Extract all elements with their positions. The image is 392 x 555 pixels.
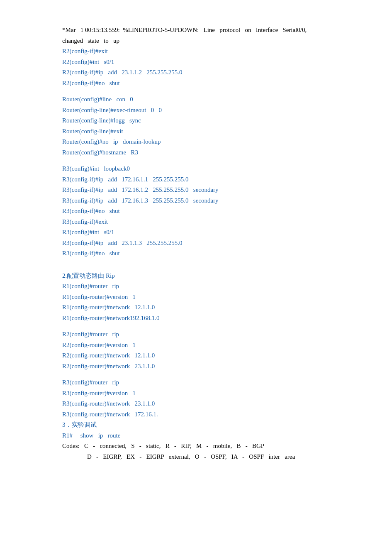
line-router-hostname: Router(config)#hostname R3 bbox=[62, 147, 359, 158]
line-r3-no-shut-1: R3(config-if)#no shut bbox=[62, 206, 359, 217]
line-r2-int-s01: R2(config)#int s0/1 bbox=[62, 57, 359, 68]
line-r1-router-rip: R1(config)#router rip bbox=[62, 281, 359, 292]
spacer-5 bbox=[62, 323, 359, 329]
spacer-1 bbox=[62, 88, 359, 94]
line-r3-int-loopback: R3(config)#int loopback0 bbox=[62, 164, 359, 174]
spacer-3 bbox=[62, 259, 359, 265]
line-r2-no-shut: R2(config-if)#no shut bbox=[62, 78, 359, 89]
line-changed-state: changed state to up bbox=[62, 36, 359, 46]
line-r2-network-12: R2(config-router)#network 12.1.1.0 bbox=[62, 350, 359, 361]
line-r3-network-23: R3(config-router)#network 23.1.1.0 bbox=[62, 399, 359, 409]
line-r3-ip-add-s01: R3(config-if)#ip add 23.1.1.3 255.255.25… bbox=[62, 238, 359, 249]
spacer-4 bbox=[62, 265, 359, 271]
line-mar: *Mar 1 00:15:13.559: %LINEPROTO-5-UPDOWN… bbox=[62, 25, 359, 36]
line-r2-ip-add: R2(config-if)#ip add 23.1.1.2 255.255.25… bbox=[62, 67, 359, 78]
spacer-2 bbox=[62, 158, 359, 164]
line-r3-network-172: R3(config-router)#network 172.16.1. bbox=[62, 409, 359, 420]
line-r2-router-rip: R2(config)#router rip bbox=[62, 329, 359, 340]
line-r2-version: R2(config-router)#version 1 bbox=[62, 340, 359, 351]
line-r1-show-ip-route: R1# show ip route bbox=[62, 430, 359, 441]
line-r1-network-192: R1(config-router)#network192.168.1.0 bbox=[62, 313, 359, 324]
main-content: *Mar 1 00:15:13.559: %LINEPROTO-5-UPDOWN… bbox=[62, 25, 359, 462]
line-r3-ip-add-1: R3(config-if)#ip add 172.16.1.1 255.255.… bbox=[62, 174, 359, 185]
line-r2-network-23: R2(config-router)#network 23.1.1.0 bbox=[62, 361, 359, 372]
line-codes-d: D - EIGRP, EX - EIGRP external, O - OSPF… bbox=[62, 452, 359, 462]
spacer-6 bbox=[62, 372, 359, 377]
line-router-line-con: Router(config)#line con 0 bbox=[62, 94, 359, 105]
line-r3-exit: R3(config-if)#exit bbox=[62, 217, 359, 227]
line-r2-exit: R2(config-if)#exit bbox=[62, 46, 359, 57]
line-router-exec-timeout: Router(config-line)#exec-timeout 0 0 bbox=[62, 105, 359, 116]
line-router-logg-sync: Router(config-line)#logg sync bbox=[62, 115, 359, 126]
line-r3-ip-add-2: R3(config-if)#ip add 172.16.1.2 255.255.… bbox=[62, 185, 359, 196]
heading-test: 3．实验调试 bbox=[62, 420, 359, 430]
line-codes: Codes: C - connected, S - static, R - RI… bbox=[62, 441, 359, 452]
line-r1-version: R1(config-router)#version 1 bbox=[62, 292, 359, 303]
line-r3-no-shut-2: R3(config-if)#no shut bbox=[62, 248, 359, 259]
line-router-exit: Router(config-line)#exit bbox=[62, 126, 359, 137]
line-router-no-ip: Router(config)#no ip domain-lookup bbox=[62, 137, 359, 147]
heading-rip: 2.配置动态路由 Rip bbox=[62, 271, 359, 281]
line-r3-router-rip: R3(config)#router rip bbox=[62, 377, 359, 388]
line-r1-network-12: R1(config-router)#network 12.1.1.0 bbox=[62, 302, 359, 313]
line-r3-version: R3(config-router)#version 1 bbox=[62, 388, 359, 399]
line-r3-ip-add-3: R3(config-if)#ip add 172.16.1.3 255.255.… bbox=[62, 196, 359, 206]
line-r3-int-s01: R3(config)#int s0/1 bbox=[62, 227, 359, 238]
